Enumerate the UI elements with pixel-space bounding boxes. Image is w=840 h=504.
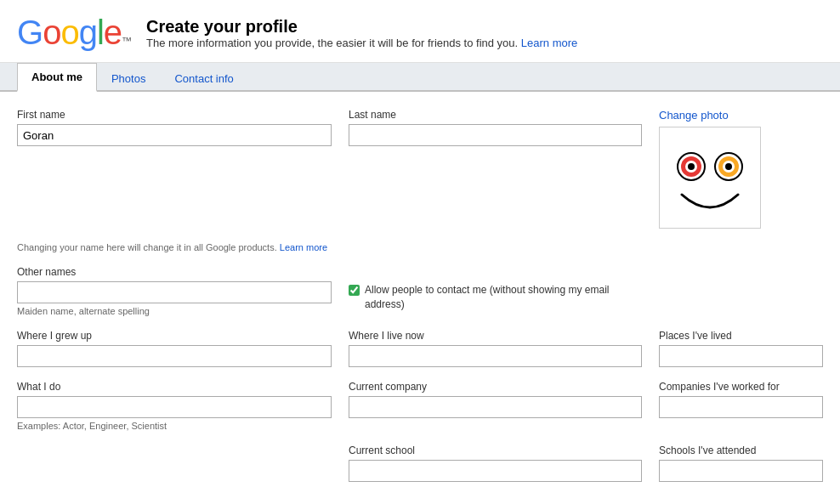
allow-contact-text: Allow people to contact me (without show… — [365, 283, 642, 312]
tab-photos[interactable]: Photos — [97, 65, 160, 92]
current-company-col: Current company — [349, 381, 642, 418]
allow-contact-col: Allow people to contact me (without show… — [349, 266, 642, 315]
schools-attended-label: Schools I've attended — [659, 445, 823, 456]
tab-about-me[interactable]: About me — [17, 63, 97, 92]
name-change-hint: Changing your name here will change it i… — [17, 242, 823, 252]
current-company-label: Current company — [349, 381, 642, 393]
svg-rect-0 — [663, 131, 757, 224]
live-now-label: Where I live now — [349, 330, 642, 342]
location-row: Where I grew up Where I live now Places … — [17, 330, 823, 367]
header: Google™ Create your profile The more inf… — [0, 0, 840, 63]
live-now-col: Where I live now — [349, 330, 642, 367]
grew-up-input[interactable] — [17, 345, 332, 367]
other-names-col: Other names Maiden name, alternate spell… — [17, 266, 332, 316]
google-logo: Google™ — [17, 14, 131, 52]
current-school-input[interactable] — [349, 460, 642, 482]
first-name-label: First name — [17, 109, 332, 121]
first-name-col: First name — [17, 109, 332, 146]
form-content: First name Last name Change photo — [0, 92, 840, 504]
other-names-label: Other names — [17, 266, 332, 278]
name-learn-more-link[interactable]: Learn more — [280, 242, 327, 252]
smiley-face — [663, 131, 757, 224]
companies-worked-col: Companies I've worked for — [659, 381, 823, 418]
places-lived-label: Places I've lived — [659, 330, 823, 342]
grew-up-label: Where I grew up — [17, 330, 332, 342]
page-subtitle: The more information you provide, the ea… — [146, 37, 577, 49]
what-i-do-label: What I do — [17, 381, 332, 393]
current-company-input[interactable] — [349, 396, 642, 418]
tab-contact-info[interactable]: Contact info — [160, 65, 247, 92]
current-school-label: Current school — [349, 445, 642, 456]
svg-point-4 — [688, 163, 695, 170]
current-school-col: Current school — [349, 445, 642, 482]
places-lived-col: Places I've lived — [659, 330, 823, 367]
name-row: First name Last name Change photo — [17, 109, 823, 229]
tabs-bar: About me Photos Contact info — [0, 63, 840, 92]
last-name-input[interactable] — [349, 124, 642, 146]
allow-contact-label[interactable]: Allow people to contact me (without show… — [349, 283, 642, 312]
what-i-do-hint: Examples: Actor, Engineer, Scientist — [17, 421, 332, 431]
other-names-row: Other names Maiden name, alternate spell… — [17, 266, 823, 316]
schools-attended-input[interactable] — [659, 460, 823, 482]
what-i-do-col: What I do Examples: Actor, Engineer, Sci… — [17, 381, 332, 431]
grew-up-col: Where I grew up — [17, 330, 332, 367]
companies-worked-input[interactable] — [659, 396, 823, 418]
maiden-name-hint: Maiden name, alternate spelling — [17, 306, 332, 316]
page-title: Create your profile — [146, 17, 577, 37]
svg-point-8 — [725, 163, 732, 170]
last-name-col: Last name — [349, 109, 642, 146]
companies-worked-label: Companies I've worked for — [659, 381, 823, 393]
header-text: Create your profile The more information… — [146, 17, 577, 49]
profile-photo — [659, 127, 761, 229]
school-row: Current school Schools I've attended — [17, 445, 823, 482]
first-name-input[interactable] — [17, 124, 332, 146]
live-now-input[interactable] — [349, 345, 642, 367]
what-i-do-input[interactable] — [17, 396, 332, 418]
places-lived-input[interactable] — [659, 345, 823, 367]
schools-attended-col: Schools I've attended — [659, 445, 823, 482]
allow-contact-checkbox[interactable] — [349, 285, 360, 296]
work-row: What I do Examples: Actor, Engineer, Sci… — [17, 381, 823, 431]
last-name-label: Last name — [349, 109, 642, 121]
other-names-input[interactable] — [17, 281, 332, 303]
change-photo-link[interactable]: Change photo — [659, 109, 729, 122]
header-learn-more-link[interactable]: Learn more — [521, 37, 577, 49]
photo-col: Change photo — [659, 109, 823, 229]
